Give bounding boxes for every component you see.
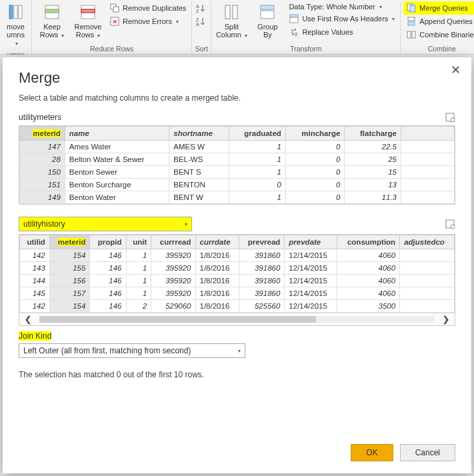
- remove-rows-icon: [79, 3, 97, 21]
- svg-rect-24: [410, 5, 415, 12]
- remove-errors-icon: ✕: [109, 16, 120, 27]
- keep-rows-icon: [43, 3, 61, 21]
- sort-desc-icon: ZA: [196, 16, 207, 27]
- replace-values-button[interactable]: 12 Replace Values: [286, 25, 397, 39]
- binaries-icon: [406, 29, 417, 40]
- data-type-button[interactable]: Data Type: Whole Number ▾: [286, 1, 397, 12]
- append-queries-label: Append Queries: [419, 17, 473, 25]
- move-columns-label: moveumns ▾: [4, 23, 27, 48]
- svg-rect-2: [19, 5, 22, 19]
- svg-rect-20: [290, 17, 298, 23]
- combine-binaries-button[interactable]: Combine Binaries: [403, 28, 474, 41]
- first-row-headers-button[interactable]: Use First Row As Headers ▾: [286, 12, 397, 25]
- svg-text:2: 2: [295, 31, 298, 37]
- group-by-label: GroupBy: [257, 23, 278, 39]
- sort-asc-button[interactable]: AZ: [195, 1, 208, 15]
- append-queries-button[interactable]: Append Queries: [403, 15, 474, 28]
- svg-rect-25: [408, 17, 415, 21]
- remove-duplicates-icon: [109, 3, 120, 13]
- svg-text:1: 1: [291, 28, 294, 34]
- merge-queries-button[interactable]: Merge Queries: [403, 1, 474, 15]
- svg-rect-19: [290, 15, 298, 17]
- ribbon-group-sort: AZ ZA Sort: [192, 1, 211, 54]
- svg-text:Z: Z: [196, 17, 199, 22]
- append-icon: [406, 16, 417, 27]
- svg-rect-6: [81, 9, 95, 13]
- svg-rect-4: [45, 9, 59, 13]
- split-column-icon: [222, 3, 241, 21]
- columns-icon: [7, 3, 25, 21]
- move-columns-button[interactable]: moveumns ▾: [3, 1, 29, 49]
- svg-rect-8: [113, 7, 119, 12]
- svg-rect-1: [14, 5, 17, 19]
- remove-duplicates-label: Remove Duplicates: [123, 4, 186, 12]
- first-row-headers-label: Use First Row As Headers: [302, 15, 388, 23]
- group-label-sort: Sort: [195, 43, 208, 54]
- group-label-reduce-rows: Reduce Rows: [35, 43, 189, 54]
- svg-rect-15: [225, 5, 230, 19]
- group-by-button[interactable]: GroupBy: [250, 1, 285, 40]
- svg-text:Z: Z: [196, 9, 199, 13]
- remove-errors-label: Remove Errors: [123, 17, 172, 25]
- sort-desc-button[interactable]: ZA: [195, 15, 208, 28]
- keep-rows-label: KeepRows ▾: [40, 23, 65, 40]
- split-column-label: SplitColumn ▾: [216, 23, 247, 40]
- svg-rect-28: [412, 31, 415, 38]
- headers-icon: [289, 13, 299, 24]
- svg-rect-26: [408, 22, 415, 25]
- split-column-button[interactable]: SplitColumn ▾: [214, 1, 249, 41]
- svg-rect-16: [233, 5, 237, 19]
- svg-rect-27: [407, 31, 411, 38]
- combine-binaries-label: Combine Binaries: [419, 31, 474, 39]
- ribbon-group-reduce-rows: KeepRows ▾ RemoveRows ▾ Remove Duplicate…: [32, 1, 192, 54]
- remove-errors-button[interactable]: ✕ Remove Errors ▾: [107, 15, 189, 28]
- ribbon-group-manage-columns: moveumns ▾ umns: [0, 1, 32, 54]
- remove-rows-label: RemoveRows ▾: [75, 23, 102, 40]
- remove-duplicates-button[interactable]: Remove Duplicates: [107, 1, 189, 15]
- svg-text:A: A: [196, 4, 199, 9]
- data-type-label: Data Type: Whole Number: [289, 3, 375, 11]
- merge-queries-label: Merge Queries: [419, 4, 468, 12]
- keep-rows-button[interactable]: KeepRows ▾: [35, 1, 69, 41]
- ribbon-group-combine: Merge Queries Append Queries Combine Bin…: [401, 1, 474, 54]
- ribbon-group-transform: SplitColumn ▾ GroupBy Data Type: Whole N…: [211, 1, 401, 54]
- sort-asc-icon: AZ: [196, 3, 207, 13]
- group-label-transform: Transform: [214, 43, 397, 54]
- merge-icon: [406, 3, 417, 13]
- replace-values-label: Replace Values: [302, 28, 353, 36]
- svg-rect-0: [9, 5, 13, 19]
- svg-rect-18: [261, 11, 274, 19]
- group-label-combine: Combine: [403, 43, 474, 54]
- svg-rect-17: [261, 5, 274, 9]
- remove-rows-button[interactable]: RemoveRows ▾: [71, 1, 105, 41]
- group-by-icon: [258, 3, 277, 21]
- replace-icon: 12: [289, 27, 299, 37]
- svg-text:A: A: [196, 22, 199, 26]
- svg-text:✕: ✕: [112, 18, 117, 25]
- group-label-manage-columns: umns: [3, 49, 29, 55]
- ribbon: moveumns ▾ umns KeepRows ▾ RemoveRows ▾: [0, 0, 474, 55]
